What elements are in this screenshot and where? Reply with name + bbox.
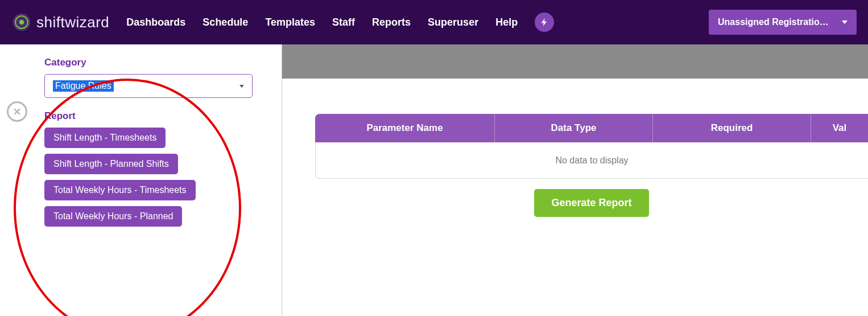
main-nav: Dashboards Schedule Templates Staff Repo… — [126, 13, 554, 32]
col-value: Val — [811, 114, 868, 142]
category-selected-value: Fatigue Rules — [53, 80, 114, 92]
table-empty-row: No data to display — [315, 142, 868, 179]
chevron-down-icon — [842, 20, 848, 24]
toolbar-placeholder — [282, 44, 868, 79]
col-data-type: Data Type — [495, 114, 653, 142]
report-list: Shift Length - Timesheets Shift Length -… — [44, 128, 282, 227]
user-dropdown-label: Unassigned Registratio… — [718, 17, 829, 27]
report-label: Report — [44, 110, 282, 122]
table-header: Parameter Name Data Type Required Val — [315, 114, 868, 142]
parameters-table: Parameter Name Data Type Required Val No… — [315, 114, 868, 217]
user-dropdown[interactable]: Unassigned Registratio… — [709, 10, 857, 35]
report-option-shift-length-timesheets[interactable]: Shift Length - Timesheets — [44, 128, 166, 148]
close-icon[interactable] — [7, 101, 27, 122]
generate-report-button[interactable]: Generate Report — [534, 189, 648, 217]
brand-logo-icon — [11, 12, 32, 32]
col-parameter-name: Parameter Name — [315, 114, 495, 142]
report-option-shift-length-planned[interactable]: Shift Length - Planned Shifts — [44, 154, 178, 174]
report-option-weekly-hours-timesheets[interactable]: Total Weekly Hours - Timesheets — [44, 180, 196, 200]
nav-superuser[interactable]: Superuser — [428, 17, 478, 28]
report-sidebar: Category Fatigue Rules Report Shift Leng… — [0, 44, 282, 316]
report-option-weekly-hours-planned[interactable]: Total Weekly Hours - Planned — [44, 206, 182, 227]
nav-staff[interactable]: Staff — [332, 17, 355, 28]
col-required: Required — [653, 114, 811, 142]
category-label: Category — [44, 57, 282, 68]
nav-help[interactable]: Help — [495, 17, 518, 28]
nav-dashboards[interactable]: Dashboards — [126, 17, 185, 28]
brand-name: shiftwizard — [36, 14, 109, 31]
nav-schedule[interactable]: Schedule — [202, 17, 248, 28]
top-nav: shiftwizard Dashboards Schedule Template… — [0, 0, 868, 44]
content-area: Category Fatigue Rules Report Shift Leng… — [0, 44, 868, 316]
lightning-icon[interactable] — [535, 13, 554, 32]
category-select[interactable]: Fatigue Rules — [44, 74, 253, 98]
nav-reports[interactable]: Reports — [372, 17, 411, 28]
chevron-down-icon — [239, 85, 244, 88]
report-main: Parameter Name Data Type Required Val No… — [282, 44, 868, 316]
empty-message: No data to display — [555, 155, 628, 166]
nav-templates[interactable]: Templates — [265, 17, 315, 28]
brand-logo[interactable]: shiftwizard — [11, 12, 109, 32]
